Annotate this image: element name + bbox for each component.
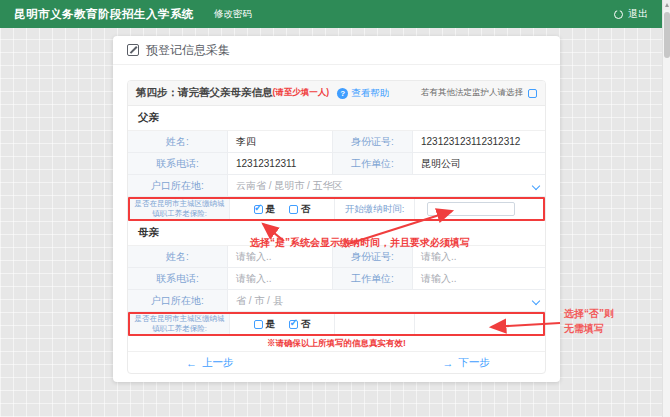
logout-button[interactable]: 退出 — [628, 7, 648, 21]
table-row: 户口所在地: 云南省 / 昆明市 / 五华区 — [128, 175, 545, 197]
father-region-value: 云南省 / 昆明市 / 五华区 — [236, 179, 343, 193]
mother-insurance-options: 是 否 — [230, 314, 335, 334]
mother-insurance-no[interactable]: 否 — [289, 318, 311, 331]
no-label: 否 — [301, 203, 311, 216]
footer-nav: ← 上一步 → 下一步 — [128, 352, 545, 373]
father-insurance-row: 是否在昆明市主城区缴纳城镇职工养老保险: 是 否 开始缴纳时间: — [128, 197, 545, 221]
top-bar: 昆明市义务教育阶段招生入学系统 修改密码 退出 — [0, 0, 662, 28]
father-work-field[interactable]: 昆明公司 — [413, 153, 545, 174]
other-guardian-label: 若有其他法定监护人请选择 — [421, 87, 523, 99]
main-card: 预登记信息采集 第四步：请完善父亲母亲信息 (请至少填一人) 查看帮助 若有其他… — [113, 36, 560, 382]
mother-insurance-row: 是否在昆明市主城区缴纳城镇职工养老保险: 是 否 — [128, 312, 545, 336]
mother-insurance-yes[interactable]: 是 — [254, 318, 276, 331]
no-label: 否 — [301, 318, 311, 331]
annotation-no-note-line2: 无需填写 — [564, 321, 614, 336]
step-header: 第四步：请完善父亲母亲信息 (请至少填一人) 查看帮助 若有其他法定监护人请选择 — [128, 81, 545, 106]
question-circle-icon[interactable] — [337, 88, 348, 99]
prev-step-label: 上一步 — [202, 356, 234, 370]
table-row: 户口所在地: 省 / 市 / 县 — [128, 290, 545, 312]
mother-phone-label: 联系电话: — [128, 268, 228, 289]
start-time-label: 开始缴纳时间: — [335, 199, 415, 219]
chevron-down-icon[interactable] — [532, 296, 540, 304]
annotation-no-note: 选择“否”则 无需填写 — [564, 306, 614, 336]
card-header: 预登记信息采集 — [113, 36, 560, 65]
father-phone-field[interactable]: 12312312311 — [228, 153, 333, 174]
edit-icon — [127, 44, 139, 56]
father-id-label: 身份证号: — [333, 131, 413, 152]
checkbox-checked-icon[interactable] — [289, 320, 298, 329]
mother-name-label: 姓名: — [128, 246, 228, 267]
father-insurance-no[interactable]: 否 — [289, 203, 311, 216]
next-step-label: 下一步 — [459, 356, 491, 370]
father-insurance-yes[interactable]: 是 — [254, 203, 276, 216]
annotation-no-note-line1: 选择“否”则 — [564, 306, 614, 321]
father-id-field[interactable]: 123123123112312312 — [413, 131, 545, 152]
step-title: 第四步：请完善父亲母亲信息 — [136, 86, 273, 100]
empty-cell — [335, 314, 415, 334]
annotation-yes-note: 选择“是”系统会显示缴纳时间，并且要求必须填写 — [250, 236, 470, 250]
power-icon — [614, 10, 623, 19]
right-arrow-icon: → — [443, 357, 454, 369]
warning-text: ※请确保以上所填写的信息真实有效! — [267, 338, 406, 350]
checkbox-checked-icon[interactable] — [254, 205, 263, 214]
father-section-label: 父亲 — [138, 111, 159, 125]
checkbox-unchecked-icon[interactable] — [289, 205, 298, 214]
table-row: 联系电话: 12312312311 工作单位: 昆明公司 — [128, 153, 545, 175]
next-step-button[interactable]: → 下一步 — [443, 356, 491, 370]
scroll-up-icon[interactable] — [663, 0, 670, 10]
father-region-select[interactable]: 云南省 / 昆明市 / 五华区 — [228, 175, 545, 196]
app-title: 昆明市义务教育阶段招生入学系统 — [14, 7, 194, 22]
start-time-input[interactable] — [427, 202, 515, 216]
mother-phone-field[interactable]: 请输入.. — [228, 268, 333, 289]
chevron-down-icon[interactable] — [532, 181, 540, 189]
yes-label: 是 — [266, 203, 276, 216]
warning-row: ※请确保以上所填写的信息真实有效! — [128, 336, 545, 352]
checkbox-unchecked-icon[interactable] — [254, 320, 263, 329]
empty-cell — [415, 314, 543, 334]
form-panel: 第四步：请完善父亲母亲信息 (请至少填一人) 查看帮助 若有其他法定监护人请选择… — [127, 80, 546, 374]
mother-work-label: 工作单位: — [333, 268, 413, 289]
mother-section-label: 母亲 — [138, 226, 159, 240]
yes-label: 是 — [266, 318, 276, 331]
mother-region-value: 省 / 市 / 县 — [236, 294, 283, 308]
mother-region-label: 户口所在地: — [128, 290, 228, 311]
view-help-link[interactable]: 查看帮助 — [351, 87, 389, 100]
father-insurance-label: 是否在昆明市主城区缴纳城镇职工养老保险: — [130, 199, 230, 219]
left-arrow-icon: ← — [186, 357, 197, 369]
table-row: 联系电话: 请输入.. 工作单位: 请输入.. — [128, 268, 545, 290]
other-guardian-checkbox[interactable] — [528, 89, 537, 98]
father-work-label: 工作单位: — [333, 153, 413, 174]
mother-work-field[interactable]: 请输入.. — [413, 268, 545, 289]
mother-region-select[interactable]: 省 / 市 / 县 — [228, 290, 545, 311]
change-password-link[interactable]: 修改密码 — [214, 8, 252, 21]
father-insurance-options: 是 否 — [230, 199, 335, 219]
mother-insurance-label: 是否在昆明市主城区缴纳城镇职工养老保险: — [130, 314, 230, 334]
prev-step-button[interactable]: ← 上一步 — [186, 356, 234, 370]
father-phone-label: 联系电话: — [128, 153, 228, 174]
father-name-label: 姓名: — [128, 131, 228, 152]
scrollbar[interactable] — [662, 0, 670, 417]
start-time-cell — [415, 199, 543, 219]
father-region-label: 户口所在地: — [128, 175, 228, 196]
step-note: (请至少填一人) — [273, 87, 330, 99]
father-section-header: 父亲 — [128, 106, 545, 131]
table-row: 姓名: 李四 身份证号: 123123123112312312 — [128, 131, 545, 153]
scrollbar-thumb[interactable] — [664, 12, 670, 58]
father-name-field[interactable]: 李四 — [228, 131, 333, 152]
page-title: 预登记信息采集 — [146, 42, 230, 59]
